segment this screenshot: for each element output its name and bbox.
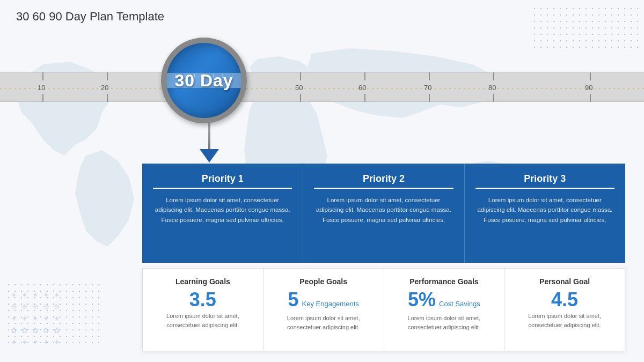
performance-goals-text: Lorem ipsum dolor sit amet, consectetuer…: [395, 314, 494, 331]
people-goals-title: People Goals: [299, 277, 347, 286]
goal-card-performance: Performance Goals 5% Cost Savings Lorem …: [384, 269, 505, 351]
svg-text:✿: ✿: [32, 326, 39, 335]
ruler-mark-60: 60: [358, 83, 366, 91]
magnifier-label: 30 Day: [174, 71, 233, 91]
svg-text:✦: ✦: [32, 291, 39, 299]
goal-card-people: People Goals 5 Key Engagements Lorem ips…: [264, 269, 384, 351]
svg-text:✦: ✦: [32, 338, 39, 346]
ruler-mark-70: 70: [424, 83, 431, 91]
goal-card-learning: Learning Goals 3.5 Lorem ipsum dolor sit…: [143, 269, 264, 351]
svg-text:✦: ✦: [11, 314, 17, 323]
performance-goals-label: Cost Savings: [439, 300, 480, 308]
ruler-mark-80: 80: [488, 83, 496, 91]
svg-text:✦: ✦: [32, 314, 39, 323]
svg-text:❊: ❊: [43, 302, 49, 311]
goal-card-personal: Personal Goal 4.5 Lorem ipsum dolor sit …: [504, 269, 625, 351]
priority-card-3: Priority 3 Lorem ipsum dolor sit amet, c…: [465, 164, 625, 263]
ruler-mark-20: 20: [101, 83, 108, 91]
magnifier-handle: [208, 123, 210, 150]
performance-goals-title: Performance Goals: [409, 277, 478, 286]
personal-goal-title: Personal Goal: [539, 277, 590, 286]
priority-card-1: Priority 1 Lorem ipsum dolor sit amet, c…: [142, 164, 303, 263]
ruler: // Ticks drawn inline 10 20 40: [0, 72, 644, 102]
priority-2-text: Lorem ipsum dolor sit amet, consectetuer…: [314, 195, 453, 225]
svg-text:❊: ❊: [54, 302, 60, 311]
priority-3-title: Priority 3: [475, 173, 614, 189]
priority-3-text: Lorem ipsum dolor sit amet, consectetuer…: [475, 195, 614, 225]
svg-text:✿: ✿: [11, 326, 17, 335]
magnifier: 30 Day: [161, 38, 258, 145]
svg-text:✦: ✦: [21, 314, 28, 323]
decorative-pattern: ✦✦✦✦✦ ❊❊❊❊❊ ✦✦✦✦✦ ✿✿✿✿✿ ✦✦✦✦✦: [8, 287, 105, 351]
personal-goal-value: 4.5: [551, 290, 578, 309]
magnifier-circle: 30 Day: [161, 38, 247, 123]
people-goals-text: Lorem ipsum dolor sit amet, consectetuer…: [274, 314, 373, 331]
svg-text:✿: ✿: [21, 326, 28, 335]
people-goals-value-row: 5 Key Engagements: [288, 290, 358, 312]
learning-goals-value: 3.5: [189, 290, 216, 309]
priority-section: Priority 1 Lorem ipsum dolor sit amet, c…: [142, 164, 625, 263]
performance-goals-value-row: 5% Cost Savings: [408, 290, 480, 312]
people-goals-value: 5: [288, 290, 298, 309]
svg-text:✦: ✦: [54, 314, 60, 323]
svg-text:✦: ✦: [43, 338, 49, 346]
svg-text:✦: ✦: [21, 291, 28, 299]
learning-goals-text: Lorem ipsum dolor sit amet, consectetuer…: [153, 312, 252, 329]
performance-goals-value: 5%: [408, 290, 436, 309]
priority-1-text: Lorem ipsum dolor sit amet, consectetuer…: [153, 195, 292, 225]
svg-text:✦: ✦: [43, 291, 49, 299]
ruler-ticks: // Ticks drawn inline: [0, 72, 644, 102]
priority-card-2: Priority 2 Lorem ipsum dolor sit amet, c…: [303, 164, 464, 263]
learning-goals-title: Learning Goals: [175, 277, 230, 286]
svg-text:❊: ❊: [11, 302, 17, 311]
svg-text:❊: ❊: [21, 302, 28, 311]
ruler-mark-10: 10: [38, 83, 45, 91]
page-title: 30 60 90 Day Plan Template: [16, 10, 164, 24]
svg-text:✿: ✿: [54, 326, 60, 335]
personal-goal-text: Lorem ipsum dolor sit amet, consectetuer…: [515, 312, 614, 329]
svg-text:✦: ✦: [43, 314, 49, 323]
magnifier-arrow: [200, 149, 219, 162]
priority-1-title: Priority 1: [153, 173, 292, 189]
svg-text:✿: ✿: [43, 326, 49, 335]
svg-text:✦: ✦: [54, 291, 60, 299]
ruler-mark-90: 90: [585, 83, 592, 91]
svg-text:✦: ✦: [11, 291, 17, 299]
svg-text:✦: ✦: [11, 338, 17, 346]
goals-section: Learning Goals 3.5 Lorem ipsum dolor sit…: [142, 268, 625, 351]
priority-2-title: Priority 2: [314, 173, 453, 189]
ruler-mark-50: 50: [295, 83, 303, 91]
svg-text:✦: ✦: [21, 338, 28, 346]
people-goals-label: Key Engagements: [302, 300, 359, 308]
svg-text:❊: ❊: [32, 302, 39, 311]
svg-text:✦: ✦: [54, 338, 60, 346]
